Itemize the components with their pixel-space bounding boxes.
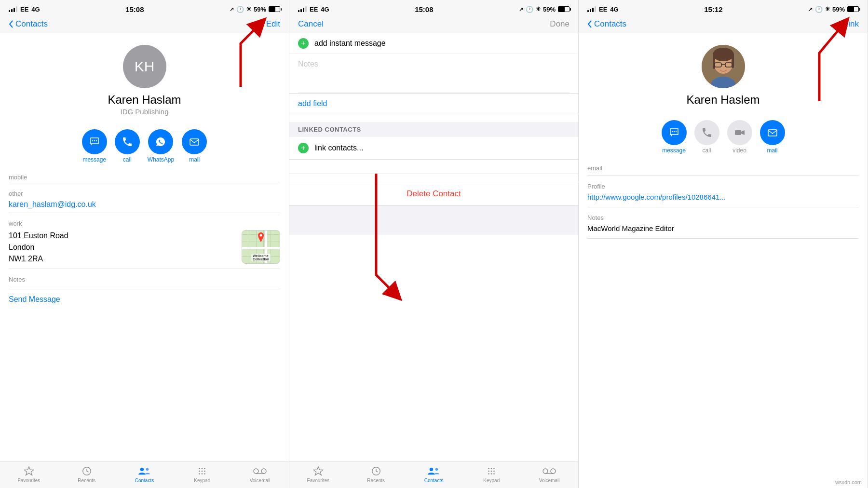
svg-point-30 <box>488 473 489 474</box>
keypad-icon <box>197 466 207 476</box>
svg-point-2 <box>96 140 97 141</box>
mail-action-3[interactable]: mail <box>760 120 785 154</box>
profile-url-value[interactable]: http://www.google.com/profiles/10286641.… <box>587 191 859 203</box>
email-value[interactable]: karen_haslam@idg.co.uk <box>9 198 280 211</box>
mail-label-3: mail <box>767 147 777 154</box>
link-contacts-row[interactable]: + link contacts... <box>289 137 578 159</box>
link-button[interactable]: Link <box>844 19 859 29</box>
tab-favourites-2[interactable]: Favourites <box>304 466 333 483</box>
message-action[interactable]: message <box>82 129 107 163</box>
add-icon-instant-message: + <box>298 38 309 49</box>
svg-point-18 <box>254 469 258 474</box>
tab-voicemail-1[interactable]: Voicemail <box>245 466 274 483</box>
voicemail-icon-2 <box>542 466 556 476</box>
status-left-1: EE 4G <box>9 6 40 13</box>
tab-recents-1[interactable]: Recents <box>72 466 101 483</box>
status-right-1: ↗ 🕐 ✳ 59% <box>230 6 280 13</box>
contacts-icon <box>138 466 150 476</box>
tab-contacts-2[interactable]: Contacts <box>419 466 448 483</box>
tab-favourites-label-1: Favourites <box>18 478 41 483</box>
clock-icon <box>81 466 92 476</box>
tab-favourites-label-2: Favourites <box>307 478 330 483</box>
star-icon-2 <box>313 466 324 476</box>
cancel-button[interactable]: Cancel <box>298 19 324 29</box>
scroll-content-3: Karen Haslem message <box>579 33 868 488</box>
svg-point-22 <box>430 468 433 471</box>
battery-percent-3: 59% <box>832 6 845 13</box>
svg-point-11 <box>204 468 205 469</box>
back-button-3[interactable]: Contacts <box>587 19 626 29</box>
linked-contacts-section: LINKED CONTACTS + link contacts... <box>289 122 578 174</box>
time-label: 15:08 <box>125 5 144 14</box>
back-button-1[interactable]: Contacts <box>9 19 48 29</box>
add-field-button[interactable]: add field <box>289 93 578 114</box>
link-contacts-text: link contacts... <box>314 144 363 152</box>
bluetooth-icon: ✳ <box>246 6 251 13</box>
signal-icon-3 <box>587 6 596 12</box>
message-label-3: message <box>662 147 686 154</box>
tab-bar-2: Favourites Recents Contacts <box>289 461 578 488</box>
svg-rect-49 <box>768 130 777 136</box>
message-action-3[interactable]: message <box>662 120 687 154</box>
tab-contacts-1[interactable]: Contacts <box>130 466 159 483</box>
battery-icon-3 <box>847 6 859 12</box>
scroll-content-1: KH Karen Haslam IDG Publishing message <box>0 33 289 461</box>
linked-spacer <box>289 160 578 174</box>
svg-point-10 <box>202 468 203 469</box>
tab-voicemail-label-2: Voicemail <box>539 478 560 483</box>
done-button[interactable]: Done <box>550 19 570 29</box>
alarm-icon-2: 🕐 <box>526 6 533 13</box>
svg-point-33 <box>543 469 548 474</box>
linked-contacts-body: + link contacts... <box>289 137 578 160</box>
svg-point-29 <box>493 471 495 472</box>
profile-section-label: Profile <box>587 183 859 190</box>
svg-point-16 <box>202 473 203 474</box>
svg-point-25 <box>491 468 492 469</box>
keypad-icon-2 <box>486 466 497 476</box>
location-icon-2: ↗ <box>519 6 523 13</box>
carrier-label-2: EE <box>310 6 318 13</box>
tab-voicemail-2[interactable]: Voicemail <box>535 466 564 483</box>
tab-keypad-label-2: Keypad <box>483 478 500 483</box>
tab-voicemail-label-1: Voicemail <box>250 478 271 483</box>
tab-recents-2[interactable]: Recents <box>362 466 391 483</box>
carrier-label: EE <box>20 6 28 13</box>
nav-bar-3: Contacts Link <box>579 17 868 33</box>
svg-point-8 <box>146 468 149 471</box>
status-right-3: ↗ 🕐 ✳ 59% <box>808 6 859 13</box>
map-thumbnail[interactable]: WellcomeCollection <box>242 230 280 264</box>
time-label-3: 15:12 <box>704 5 722 14</box>
add-instant-message-row[interactable]: + add instant message <box>289 33 578 54</box>
mail-action[interactable]: mail <box>182 129 207 163</box>
clock-icon-2 <box>371 466 381 476</box>
svg-point-5 <box>260 234 262 236</box>
tab-keypad-1[interactable]: Keypad <box>188 466 217 483</box>
mobile-label: mobile <box>9 174 280 181</box>
delete-contact-button[interactable]: Delete Contact <box>289 182 578 206</box>
status-right-2: ↗ 🕐 ✳ 59% <box>519 6 570 13</box>
panel-contact-link: EE 4G 15:12 ↗ 🕐 ✳ 59% Contacts Link <box>579 0 868 488</box>
address-row: 101 Euston Road London NW1 2RA WellcomeC… <box>9 228 280 267</box>
add-icon-link-contacts: + <box>298 143 309 153</box>
send-message-link[interactable]: Send Message <box>9 293 280 306</box>
tab-keypad-2[interactable]: Keypad <box>477 466 506 483</box>
whatsapp-action[interactable]: WhatsApp <box>148 129 174 163</box>
time-label-2: 15:08 <box>415 5 433 14</box>
address-line2: London <box>9 242 68 253</box>
notes-field[interactable]: Notes <box>289 54 578 93</box>
call-action[interactable]: call <box>115 129 140 163</box>
bluetooth-icon-3: ✳ <box>825 6 830 13</box>
battery-icon <box>269 6 280 12</box>
edit-button[interactable]: Edit <box>266 19 280 29</box>
phone-icon-3 <box>701 127 713 138</box>
video-action-3: video <box>727 120 752 154</box>
alarm-icon-3: 🕐 <box>815 6 823 13</box>
tab-favourites-1[interactable]: Favourites <box>14 466 43 483</box>
call-action-3: call <box>694 120 719 154</box>
signal-icon <box>9 6 17 12</box>
nav-bar-1: Contacts Edit <box>0 17 289 33</box>
svg-point-28 <box>491 471 492 472</box>
svg-point-23 <box>435 468 438 471</box>
svg-point-32 <box>493 473 495 474</box>
mail-icon <box>189 136 200 148</box>
